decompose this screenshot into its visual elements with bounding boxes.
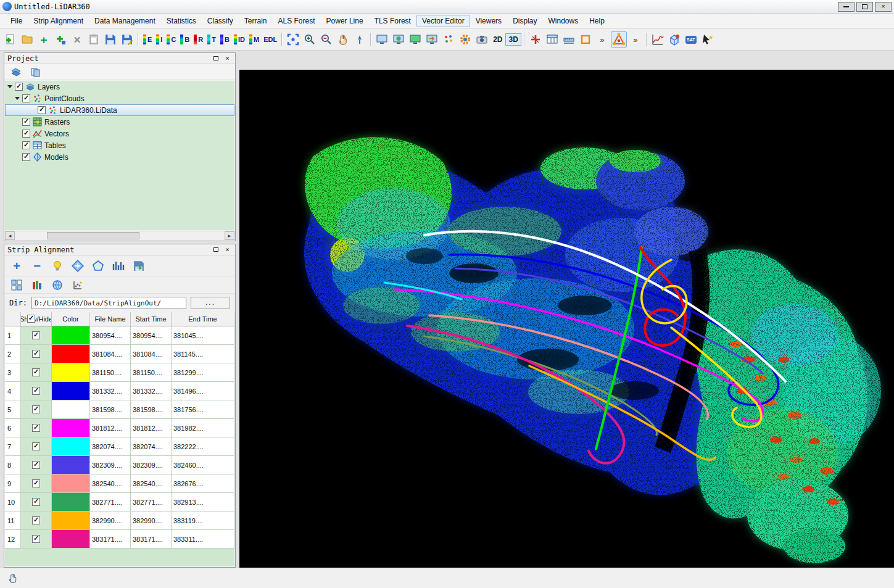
panel-float-button[interactable] — [211, 246, 220, 254]
layer-checkbox[interactable] — [22, 130, 30, 138]
row-color-swatch[interactable] — [52, 400, 90, 419]
display-by-id-button[interactable]: ID — [232, 31, 247, 48]
menu-windows[interactable]: Windows — [542, 15, 584, 27]
add-strip-icon[interactable]: + — [9, 259, 24, 273]
expand-all-icon[interactable] — [28, 65, 43, 80]
panel-close-button[interactable]: × — [223, 54, 232, 62]
menu-statistics[interactable]: Statistics — [161, 15, 202, 27]
menu-help[interactable]: Help — [584, 15, 610, 27]
pick-point-icon[interactable] — [352, 31, 368, 48]
menu-power-line[interactable]: Power Line — [321, 15, 369, 27]
layer-checkbox[interactable] — [15, 83, 23, 91]
menu-vector-editor[interactable]: Vector Editor — [416, 15, 470, 27]
horizontal-scrollbar[interactable]: ◄ ► — [5, 231, 234, 240]
cube-3d-icon[interactable] — [666, 31, 682, 48]
menu-terrain[interactable]: Terrain — [239, 15, 273, 27]
select-star-icon[interactable] — [700, 31, 716, 48]
scroll-track[interactable] — [15, 231, 225, 240]
zoom-extent-icon[interactable] — [285, 31, 301, 48]
layer-checkbox[interactable] — [22, 94, 30, 102]
viewport-3d[interactable] — [239, 70, 894, 568]
scroll-thumb[interactable] — [47, 232, 139, 239]
row-color-swatch[interactable] — [52, 437, 90, 456]
header-show-checkbox[interactable] — [27, 315, 35, 323]
clip-frame-icon[interactable] — [577, 31, 594, 48]
toolbar-overflow-icon[interactable]: » — [594, 31, 610, 48]
row-visibility-checkbox[interactable] — [32, 479, 40, 487]
add-data-icon[interactable]: + — [36, 31, 52, 48]
match-histogram-icon[interactable] — [111, 259, 126, 273]
row-color-swatch[interactable] — [52, 363, 90, 382]
tree-item-vectors[interactable]: Vectors — [5, 128, 234, 139]
viewer-arrow-icon[interactable] — [424, 31, 440, 48]
menu-classify[interactable]: Classify — [202, 15, 239, 27]
globe-icon[interactable] — [50, 278, 65, 292]
row-color-swatch[interactable] — [52, 382, 90, 400]
tree-item-rasters[interactable]: Rasters — [5, 116, 234, 128]
settings-gear-icon[interactable] — [457, 31, 473, 48]
control-point-icon[interactable] — [70, 259, 85, 273]
row-visibility-checkbox[interactable] — [32, 461, 40, 469]
row-visibility-checkbox[interactable] — [32, 424, 40, 432]
row-color-swatch[interactable] — [52, 419, 90, 437]
zoom-in-icon[interactable] — [302, 31, 318, 48]
display-by-intensity-button[interactable]: I — [154, 31, 164, 48]
row-color-swatch[interactable] — [52, 456, 90, 474]
snapshot-camera-icon[interactable] — [474, 31, 490, 48]
tree-item-layers[interactable]: Layers — [5, 81, 234, 93]
display-by-blend-button[interactable]: B — [178, 31, 191, 48]
clipboard-icon[interactable] — [86, 31, 102, 48]
row-visibility-checkbox[interactable] — [32, 516, 40, 524]
panel-close-button[interactable]: × — [223, 246, 232, 254]
scroll-right-icon[interactable]: ► — [225, 231, 234, 240]
view-2d-button[interactable]: 2D — [490, 34, 505, 45]
browse-button[interactable]: ... — [191, 297, 230, 309]
row-color-swatch[interactable] — [52, 493, 90, 511]
row-color-swatch[interactable] — [52, 474, 90, 493]
profile-table-icon[interactable] — [544, 31, 560, 48]
header-show-hide[interactable]: Show/Hide — [21, 312, 52, 326]
menu-display[interactable]: Display — [507, 15, 542, 27]
display-by-class-button[interactable]: C — [165, 31, 178, 48]
new-viewer-icon[interactable] — [374, 31, 390, 48]
display-by-time-button[interactable]: T — [205, 31, 218, 48]
cross-section-icon[interactable] — [528, 31, 544, 48]
curve-chart-icon[interactable] — [650, 31, 666, 48]
display-by-elevation-button[interactable]: E — [141, 31, 154, 48]
remove-strip-icon[interactable]: − — [30, 259, 44, 273]
menu-data-management[interactable]: Data Management — [89, 15, 161, 27]
expander-icon[interactable] — [7, 85, 12, 88]
expander-icon[interactable] — [15, 97, 20, 100]
row-visibility-checkbox[interactable] — [32, 405, 40, 413]
tree-item-tables[interactable]: Tables — [5, 139, 234, 151]
toolbar-overflow2-icon[interactable]: » — [627, 31, 644, 48]
save-as-icon[interactable] — [119, 31, 135, 48]
sat-button[interactable]: SAT — [683, 31, 699, 48]
display-by-mix-button[interactable]: M — [247, 31, 261, 48]
menu-strip-alignment[interactable]: Strip Alignment — [28, 15, 89, 27]
add-data-to-project-icon[interactable] — [52, 31, 68, 48]
menu-file[interactable]: File — [5, 15, 28, 27]
menu-viewers[interactable]: Viewers — [470, 15, 507, 27]
tree-item-models[interactable]: Models — [5, 151, 234, 163]
layer-checkbox[interactable] — [22, 141, 30, 149]
viewer-globe-icon[interactable] — [391, 31, 407, 48]
scroll-left-icon[interactable]: ◄ — [5, 231, 15, 240]
row-color-swatch[interactable] — [52, 530, 90, 549]
layer-checkbox[interactable] — [22, 153, 30, 161]
row-color-swatch[interactable] — [52, 345, 90, 363]
display-by-rgb-button[interactable]: R — [192, 31, 205, 48]
colored-points-icon[interactable] — [441, 31, 457, 48]
row-visibility-checkbox[interactable] — [32, 331, 40, 339]
row-visibility-checkbox[interactable] — [32, 350, 40, 358]
color-bars-icon[interactable] — [30, 278, 44, 292]
row-color-swatch[interactable] — [52, 511, 90, 530]
row-visibility-checkbox[interactable] — [32, 442, 40, 450]
layer-checkbox[interactable] — [38, 106, 46, 114]
compare-ab-icon[interactable] — [9, 278, 24, 292]
panel-float-button[interactable] — [211, 54, 220, 62]
save-icon[interactable] — [102, 31, 118, 48]
tree-item-pointclouds[interactable]: PointClouds — [5, 93, 234, 104]
layer-checkbox[interactable] — [22, 118, 30, 126]
scatter-plot-icon[interactable] — [70, 278, 85, 292]
